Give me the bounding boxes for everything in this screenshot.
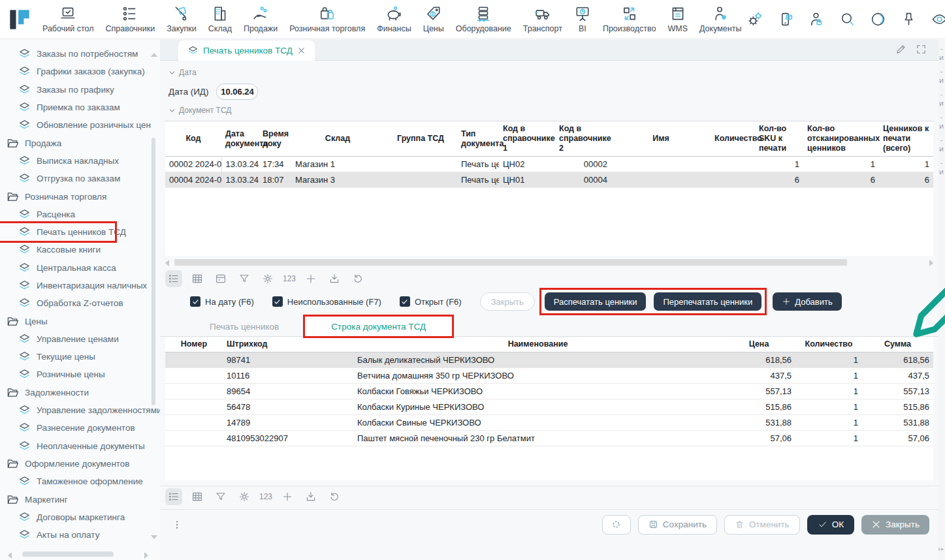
top-nav-item[interactable]: Рабочий стол <box>37 1 99 38</box>
sidebar-scroll-thumb[interactable] <box>152 138 155 405</box>
sidebar-item[interactable]: Центральная касса <box>0 259 160 277</box>
sidebar-item[interactable]: Графики заказов (закупка) <box>0 63 160 80</box>
lower-tab[interactable]: Строка документа ТСД <box>305 317 452 336</box>
col-quantity[interactable]: Количество <box>711 121 755 157</box>
top-right-icon[interactable] <box>809 11 825 27</box>
add-button[interactable]: Добавить <box>773 292 841 311</box>
top-nav-item[interactable]: BI <box>568 1 597 38</box>
scroll-left-arrow-icon[interactable] <box>8 552 12 559</box>
top-right-icon[interactable] <box>747 11 763 27</box>
top-nav-item[interactable]: Склад <box>202 1 238 38</box>
sidebar-item[interactable]: Задолженности <box>0 384 160 401</box>
checkbox-checked-icon[interactable] <box>400 296 410 307</box>
top-nav-item[interactable]: Оборудование <box>450 1 517 38</box>
sidebar-item[interactable]: Разнесение документов <box>0 419 160 437</box>
section-tsd-document[interactable]: Документ ТСД <box>168 104 938 117</box>
tab-print-price-tags-tsd[interactable]: Печать ценников ТСД <box>178 40 315 61</box>
kebab-menu-icon[interactable] <box>172 520 182 530</box>
sidebar-item[interactable]: Маркетинг <box>0 490 160 508</box>
grid-view-icon[interactable] <box>189 270 206 287</box>
top-right-icon[interactable] <box>778 11 794 27</box>
refresh-icon[interactable] <box>326 488 343 505</box>
col-warehouse[interactable]: Склад <box>291 121 384 157</box>
col-tags-total[interactable]: Ценников к печати (всего) <box>879 121 933 157</box>
checkbox-checked-icon[interactable] <box>190 296 200 307</box>
edit-button[interactable]: Редактировать <box>842 253 945 350</box>
checkbox-checked-icon[interactable] <box>272 296 283 307</box>
close-window-button[interactable]: Закрыть <box>861 515 929 535</box>
top-right-icon[interactable] <box>870 11 886 27</box>
sidebar-item[interactable]: Расценка <box>0 206 160 223</box>
sidebar-item[interactable]: Заказы по потребностям <box>0 45 160 63</box>
print-price-tags-button[interactable]: Распечатать ценники <box>545 292 647 311</box>
lines-table-row[interactable]: 89654 Колбаски Говяжьи ЧЕРКИЗОВО 557,13 … <box>165 384 933 399</box>
sidebar-item[interactable]: Заказы по графику <box>0 81 160 99</box>
top-nav-item[interactable]: Цены <box>417 1 450 38</box>
save-button[interactable]: Сохранить <box>638 515 717 535</box>
lines-table-row[interactable]: 98741 Балык деликатесный ЧЕРКИЗОВО 618,5… <box>165 352 933 368</box>
reprint-price-tags-button[interactable]: Перепечатать ценники <box>654 292 761 311</box>
col-ref1[interactable]: Код в справочнике 1 <box>499 121 555 157</box>
calendar-view-icon[interactable] <box>212 270 229 287</box>
col-barcode[interactable]: Штрихкод <box>223 337 353 352</box>
col-code[interactable]: Код <box>165 121 221 157</box>
col-doc-type[interactable]: Тип документа <box>457 121 499 157</box>
col-ref2[interactable]: Код в справочнике 2 <box>555 121 611 157</box>
sidebar-item[interactable]: Печать ценников ТСД <box>0 223 115 241</box>
list-view-icon[interactable] <box>165 270 182 287</box>
top-nav-item[interactable]: Документы <box>694 1 747 38</box>
add-plus-icon[interactable] <box>302 270 319 287</box>
doc-table-horizontal-scrollbar[interactable] <box>165 258 933 266</box>
col-sku-to-print[interactable]: Кол-во SKU к печати <box>755 121 803 157</box>
numbers-toggle[interactable]: 123 <box>283 274 296 283</box>
section-date[interactable]: Дата <box>168 66 938 79</box>
top-nav-item[interactable]: Транспорт <box>517 1 568 38</box>
refresh-spinner-button[interactable] <box>602 515 631 535</box>
sidebar-item[interactable]: Приемка по заказам <box>0 99 160 116</box>
grid-view-icon[interactable] <box>189 488 206 505</box>
add-plus-icon[interactable] <box>279 488 296 505</box>
top-nav-item[interactable]: WMS <box>662 1 694 38</box>
top-nav-item[interactable]: Закупки <box>161 1 202 38</box>
settings-gear-icon[interactable] <box>236 488 253 505</box>
sidebar-item[interactable]: Розничная торговля <box>0 187 160 205</box>
export-download-icon[interactable] <box>326 270 343 287</box>
sidebar-item[interactable]: Кассовые книги <box>0 241 160 258</box>
sidebar-horizontal-scrollbar[interactable] <box>8 552 148 557</box>
export-download-icon[interactable] <box>302 488 319 505</box>
sidebar-item[interactable]: Продажа <box>0 134 160 151</box>
lines-table-row[interactable]: 14789 Колбаски Свиные ЧЕРКИЗОВО 531,88 1… <box>165 415 933 431</box>
col-product-name[interactable]: Наименование <box>353 337 722 352</box>
top-nav-item[interactable]: Финансы <box>371 1 417 38</box>
filter-funnel-icon[interactable] <box>236 270 253 287</box>
edit-pencil-icon[interactable] <box>895 44 906 55</box>
top-nav-item[interactable]: Справочники <box>99 1 161 38</box>
col-doc-time[interactable]: Время доку <box>259 121 291 157</box>
filter-checkbox[interactable]: Неиспользованные (F7) <box>272 296 381 307</box>
scroll-up-arrow-icon[interactable] <box>151 53 157 57</box>
col-scanned[interactable]: Кол-во отсканированных ценников <box>803 121 879 157</box>
ok-button[interactable]: ОК <box>807 515 854 535</box>
col-doc-date[interactable]: Дата документа <box>221 121 259 157</box>
sidebar-vertical-scrollbar[interactable] <box>151 53 156 539</box>
sidebar-item[interactable]: Оформление документов <box>0 455 160 473</box>
sidebar-hscroll-thumb[interactable] <box>22 552 114 557</box>
fullscreen-expand-icon[interactable] <box>916 44 927 55</box>
top-nav-item[interactable]: Розничная торговля <box>283 1 371 38</box>
filter-checkbox[interactable]: Открыт (F6) <box>400 296 462 307</box>
filter-funnel-icon[interactable] <box>212 488 229 505</box>
hscroll-thumb[interactable] <box>174 259 847 266</box>
close-document-button[interactable]: Закрыть <box>480 292 535 311</box>
sidebar-item[interactable]: Управление задолженностями <box>0 401 160 419</box>
top-nav-item[interactable]: Продажи <box>238 1 283 38</box>
scroll-left-arrow-icon[interactable] <box>165 260 169 266</box>
lines-table-row[interactable]: 4810953022907 Паштет мясной печеночный 2… <box>165 431 933 446</box>
sidebar-item[interactable]: Инвентаризация наличных <box>0 277 160 294</box>
top-right-icon[interactable] <box>839 11 856 27</box>
lines-table-row[interactable]: 56478 Колбаски Куриные ЧЕРКИЗОВО 515,86 … <box>165 399 933 415</box>
sidebar-item[interactable]: Договоры маркетинга <box>0 508 160 526</box>
top-nav-item[interactable]: Производство <box>597 1 662 38</box>
col-number[interactable]: Номер <box>165 337 223 352</box>
cancel-button[interactable]: Отменить <box>724 515 800 535</box>
sidebar-item[interactable]: Цены <box>0 312 160 330</box>
